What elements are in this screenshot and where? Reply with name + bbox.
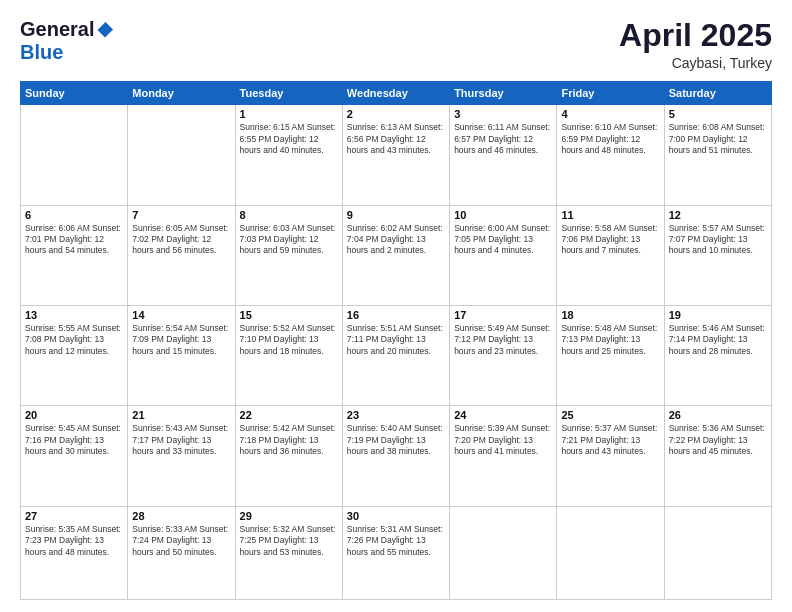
day-number: 13 <box>25 309 123 321</box>
day-info: Sunrise: 5:32 AM Sunset: 7:25 PM Dayligh… <box>240 524 338 558</box>
day-number: 7 <box>132 209 230 221</box>
table-row <box>450 506 557 599</box>
header-monday: Monday <box>128 82 235 105</box>
table-row: 14Sunrise: 5:54 AM Sunset: 7:09 PM Dayli… <box>128 305 235 405</box>
day-info: Sunrise: 6:08 AM Sunset: 7:00 PM Dayligh… <box>669 122 767 156</box>
table-row: 16Sunrise: 5:51 AM Sunset: 7:11 PM Dayli… <box>342 305 449 405</box>
day-info: Sunrise: 6:10 AM Sunset: 6:59 PM Dayligh… <box>561 122 659 156</box>
table-row: 25Sunrise: 5:37 AM Sunset: 7:21 PM Dayli… <box>557 406 664 506</box>
table-row: 3Sunrise: 6:11 AM Sunset: 6:57 PM Daylig… <box>450 105 557 205</box>
day-info: Sunrise: 6:11 AM Sunset: 6:57 PM Dayligh… <box>454 122 552 156</box>
day-number: 28 <box>132 510 230 522</box>
day-info: Sunrise: 5:40 AM Sunset: 7:19 PM Dayligh… <box>347 423 445 457</box>
day-info: Sunrise: 5:43 AM Sunset: 7:17 PM Dayligh… <box>132 423 230 457</box>
day-info: Sunrise: 5:49 AM Sunset: 7:12 PM Dayligh… <box>454 323 552 357</box>
table-row: 9Sunrise: 6:02 AM Sunset: 7:04 PM Daylig… <box>342 205 449 305</box>
page: General Blue April 2025 Caybasi, Turkey … <box>0 0 792 612</box>
day-info: Sunrise: 6:00 AM Sunset: 7:05 PM Dayligh… <box>454 223 552 257</box>
day-info: Sunrise: 5:54 AM Sunset: 7:09 PM Dayligh… <box>132 323 230 357</box>
day-number: 8 <box>240 209 338 221</box>
day-info: Sunrise: 5:39 AM Sunset: 7:20 PM Dayligh… <box>454 423 552 457</box>
day-number: 16 <box>347 309 445 321</box>
title-month: April 2025 <box>619 18 772 53</box>
header-saturday: Saturday <box>664 82 771 105</box>
day-info: Sunrise: 6:06 AM Sunset: 7:01 PM Dayligh… <box>25 223 123 257</box>
table-row: 17Sunrise: 5:49 AM Sunset: 7:12 PM Dayli… <box>450 305 557 405</box>
day-info: Sunrise: 5:55 AM Sunset: 7:08 PM Dayligh… <box>25 323 123 357</box>
table-row: 6Sunrise: 6:06 AM Sunset: 7:01 PM Daylig… <box>21 205 128 305</box>
day-info: Sunrise: 6:05 AM Sunset: 7:02 PM Dayligh… <box>132 223 230 257</box>
day-info: Sunrise: 5:31 AM Sunset: 7:26 PM Dayligh… <box>347 524 445 558</box>
logo-text: General <box>20 18 114 41</box>
title-location: Caybasi, Turkey <box>619 55 772 71</box>
day-number: 1 <box>240 108 338 120</box>
table-row: 11Sunrise: 5:58 AM Sunset: 7:06 PM Dayli… <box>557 205 664 305</box>
day-number: 12 <box>669 209 767 221</box>
table-row <box>128 105 235 205</box>
table-row: 5Sunrise: 6:08 AM Sunset: 7:00 PM Daylig… <box>664 105 771 205</box>
day-info: Sunrise: 5:33 AM Sunset: 7:24 PM Dayligh… <box>132 524 230 558</box>
day-info: Sunrise: 6:13 AM Sunset: 6:56 PM Dayligh… <box>347 122 445 156</box>
day-number: 15 <box>240 309 338 321</box>
table-row: 20Sunrise: 5:45 AM Sunset: 7:16 PM Dayli… <box>21 406 128 506</box>
day-number: 14 <box>132 309 230 321</box>
day-info: Sunrise: 5:48 AM Sunset: 7:13 PM Dayligh… <box>561 323 659 357</box>
day-info: Sunrise: 5:46 AM Sunset: 7:14 PM Dayligh… <box>669 323 767 357</box>
day-number: 27 <box>25 510 123 522</box>
table-row: 28Sunrise: 5:33 AM Sunset: 7:24 PM Dayli… <box>128 506 235 599</box>
table-row: 19Sunrise: 5:46 AM Sunset: 7:14 PM Dayli… <box>664 305 771 405</box>
day-number: 5 <box>669 108 767 120</box>
header-friday: Friday <box>557 82 664 105</box>
day-info: Sunrise: 6:03 AM Sunset: 7:03 PM Dayligh… <box>240 223 338 257</box>
table-row: 22Sunrise: 5:42 AM Sunset: 7:18 PM Dayli… <box>235 406 342 506</box>
day-number: 17 <box>454 309 552 321</box>
table-row <box>557 506 664 599</box>
table-row: 29Sunrise: 5:32 AM Sunset: 7:25 PM Dayli… <box>235 506 342 599</box>
table-row: 7Sunrise: 6:05 AM Sunset: 7:02 PM Daylig… <box>128 205 235 305</box>
table-row: 12Sunrise: 5:57 AM Sunset: 7:07 PM Dayli… <box>664 205 771 305</box>
header: General Blue April 2025 Caybasi, Turkey <box>20 18 772 71</box>
logo-icon <box>96 21 114 39</box>
day-number: 30 <box>347 510 445 522</box>
table-row: 26Sunrise: 5:36 AM Sunset: 7:22 PM Dayli… <box>664 406 771 506</box>
day-number: 23 <box>347 409 445 421</box>
table-row: 1Sunrise: 6:15 AM Sunset: 6:55 PM Daylig… <box>235 105 342 205</box>
day-number: 26 <box>669 409 767 421</box>
table-row: 23Sunrise: 5:40 AM Sunset: 7:19 PM Dayli… <box>342 406 449 506</box>
table-row <box>664 506 771 599</box>
title-block: April 2025 Caybasi, Turkey <box>619 18 772 71</box>
logo: General Blue <box>20 18 114 64</box>
table-row: 30Sunrise: 5:31 AM Sunset: 7:26 PM Dayli… <box>342 506 449 599</box>
day-info: Sunrise: 5:45 AM Sunset: 7:16 PM Dayligh… <box>25 423 123 457</box>
day-info: Sunrise: 5:36 AM Sunset: 7:22 PM Dayligh… <box>669 423 767 457</box>
day-info: Sunrise: 6:02 AM Sunset: 7:04 PM Dayligh… <box>347 223 445 257</box>
day-info: Sunrise: 5:35 AM Sunset: 7:23 PM Dayligh… <box>25 524 123 558</box>
day-info: Sunrise: 5:51 AM Sunset: 7:11 PM Dayligh… <box>347 323 445 357</box>
table-row: 2Sunrise: 6:13 AM Sunset: 6:56 PM Daylig… <box>342 105 449 205</box>
day-info: Sunrise: 5:52 AM Sunset: 7:10 PM Dayligh… <box>240 323 338 357</box>
day-number: 9 <box>347 209 445 221</box>
day-number: 19 <box>669 309 767 321</box>
table-row: 8Sunrise: 6:03 AM Sunset: 7:03 PM Daylig… <box>235 205 342 305</box>
logo-blue: Blue <box>20 41 63 63</box>
day-number: 20 <box>25 409 123 421</box>
day-number: 10 <box>454 209 552 221</box>
calendar-header-row: Sunday Monday Tuesday Wednesday Thursday… <box>21 82 772 105</box>
table-row: 24Sunrise: 5:39 AM Sunset: 7:20 PM Dayli… <box>450 406 557 506</box>
day-info: Sunrise: 5:42 AM Sunset: 7:18 PM Dayligh… <box>240 423 338 457</box>
day-number: 11 <box>561 209 659 221</box>
table-row: 15Sunrise: 5:52 AM Sunset: 7:10 PM Dayli… <box>235 305 342 405</box>
day-number: 4 <box>561 108 659 120</box>
table-row: 18Sunrise: 5:48 AM Sunset: 7:13 PM Dayli… <box>557 305 664 405</box>
day-number: 3 <box>454 108 552 120</box>
day-number: 24 <box>454 409 552 421</box>
day-number: 2 <box>347 108 445 120</box>
table-row: 4Sunrise: 6:10 AM Sunset: 6:59 PM Daylig… <box>557 105 664 205</box>
table-row: 10Sunrise: 6:00 AM Sunset: 7:05 PM Dayli… <box>450 205 557 305</box>
day-number: 18 <box>561 309 659 321</box>
day-info: Sunrise: 5:57 AM Sunset: 7:07 PM Dayligh… <box>669 223 767 257</box>
day-number: 21 <box>132 409 230 421</box>
day-info: Sunrise: 6:15 AM Sunset: 6:55 PM Dayligh… <box>240 122 338 156</box>
header-wednesday: Wednesday <box>342 82 449 105</box>
day-number: 22 <box>240 409 338 421</box>
